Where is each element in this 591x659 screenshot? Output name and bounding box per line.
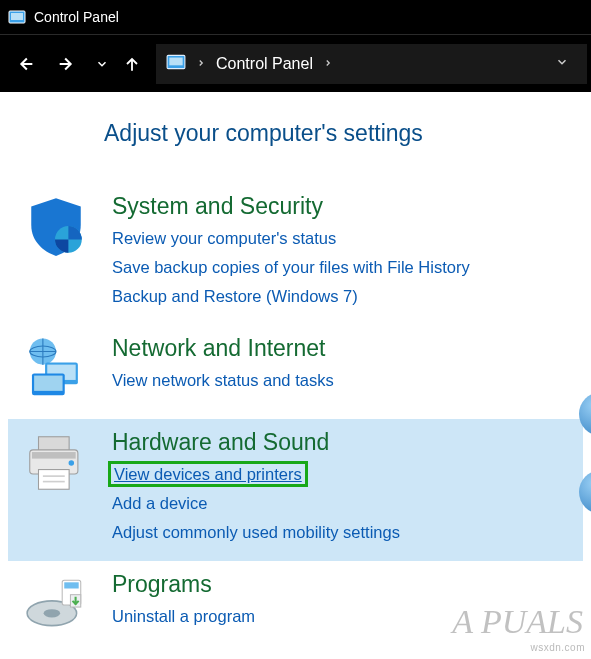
link-view-devices-printers[interactable]: View devices and printers [112,465,304,483]
window-titlebar: Control Panel [0,0,591,34]
chevron-right-icon[interactable] [323,57,333,71]
content-area: Adjust your computer's settings System a… [0,92,591,655]
address-bar[interactable]: Control Panel [156,44,587,84]
link-network-status[interactable]: View network status and tasks [112,371,334,389]
category-title-system[interactable]: System and Security [112,193,571,220]
control-panel-icon [8,8,26,26]
back-button[interactable] [4,43,46,85]
printer-icon [20,427,92,499]
breadcrumb-control-panel[interactable]: Control Panel [216,55,313,73]
programs-icon [20,569,92,641]
svg-rect-14 [39,470,70,490]
link-uninstall-program[interactable]: Uninstall a program [112,607,255,625]
forward-button[interactable] [46,43,88,85]
svg-point-15 [69,460,74,465]
link-file-history[interactable]: Save backup copies of your files with Fi… [112,258,470,276]
category-system-security: System and Security Review your computer… [8,183,583,325]
navigation-bar: Control Panel [0,34,591,92]
source-watermark: wsxdn.com [530,642,585,653]
chevron-right-icon[interactable] [196,57,206,71]
link-review-status[interactable]: Review your computer's status [112,229,336,247]
category-programs: Programs Uninstall a program [8,561,583,655]
svg-point-20 [44,609,61,617]
category-network-internet: Network and Internet View network status… [8,325,583,419]
svg-rect-3 [169,57,182,65]
link-mobility-settings[interactable]: Adjust commonly used mobility settings [112,523,400,541]
recent-locations-button[interactable] [88,43,116,85]
category-title-programs[interactable]: Programs [112,571,571,598]
category-title-hardware[interactable]: Hardware and Sound [112,429,571,456]
category-hardware-sound: Hardware and Sound View devices and prin… [8,419,583,561]
up-button[interactable] [116,43,148,85]
svg-rect-22 [64,582,78,588]
network-icon [20,333,92,405]
address-dropdown-button[interactable] [547,51,577,77]
link-add-device[interactable]: Add a device [112,494,207,512]
control-panel-icon [166,52,186,76]
svg-rect-1 [11,13,23,20]
svg-rect-10 [34,376,62,391]
page-heading: Adjust your computer's settings [104,120,583,147]
shield-icon [20,191,92,263]
link-backup-restore[interactable]: Backup and Restore (Windows 7) [112,287,358,305]
category-title-network[interactable]: Network and Internet [112,335,571,362]
window-title: Control Panel [34,9,119,25]
svg-rect-13 [32,452,76,459]
